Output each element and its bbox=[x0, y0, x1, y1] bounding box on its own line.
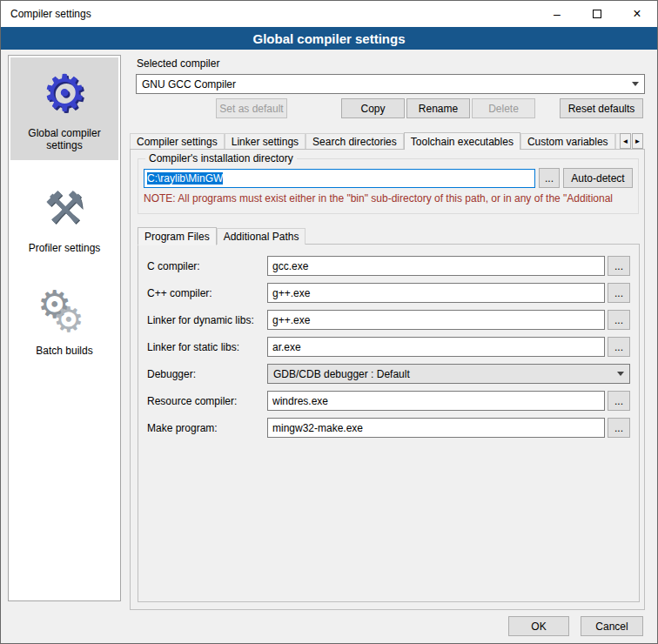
browse-button[interactable]: ... bbox=[608, 256, 630, 276]
field-label: C++ compiler: bbox=[147, 287, 267, 299]
rename-button[interactable]: Rename bbox=[406, 98, 470, 118]
field-row-make-program: Make program: ... bbox=[147, 418, 630, 438]
tab-search-directories[interactable]: Search directories bbox=[306, 133, 404, 150]
compiler-settings-dialog: Compiler settings – × Global compiler se… bbox=[0, 0, 658, 644]
linker-dynamic-input[interactable] bbox=[267, 310, 605, 330]
chevron-down-icon bbox=[617, 372, 624, 376]
make-program-input[interactable] bbox=[267, 418, 605, 438]
subtab-program-files[interactable]: Program Files bbox=[138, 227, 217, 245]
browse-directory-button[interactable]: ... bbox=[539, 168, 560, 188]
browse-button[interactable]: ... bbox=[608, 418, 630, 438]
installation-directory-input[interactable]: C:\raylib\MinGW bbox=[144, 169, 535, 188]
sidebar-item-label: Global compiler settings bbox=[14, 127, 115, 151]
delete-button[interactable]: Delete bbox=[472, 98, 535, 118]
field-row-linker-static: Linker for static libs: ... bbox=[147, 337, 630, 357]
compiler-select[interactable]: GNU GCC Compiler bbox=[136, 74, 645, 94]
field-row-c-compiler: C compiler: ... bbox=[147, 256, 630, 276]
gear-icon: ⚙ bbox=[42, 63, 87, 124]
cancel-button[interactable]: Cancel bbox=[581, 616, 643, 636]
field-label: C compiler: bbox=[147, 260, 267, 272]
executables-subtab-strip: Program Files Additional Paths bbox=[138, 226, 306, 245]
sidebar-item-profiler-settings[interactable]: ⚒ Profiler settings bbox=[10, 172, 118, 263]
close-icon: × bbox=[633, 6, 641, 22]
browse-button[interactable]: ... bbox=[608, 310, 630, 330]
compiler-select-value: GNU GCC Compiler bbox=[142, 78, 236, 91]
field-label: Make program: bbox=[147, 422, 267, 434]
tab-toolchain-executables[interactable]: Toolchain executables bbox=[404, 132, 520, 150]
field-row-resource-compiler: Resource compiler: ... bbox=[147, 391, 630, 411]
compiler-actions: Set as default Copy Rename Delete Reset … bbox=[130, 98, 643, 118]
installation-directory-row: C:\raylib\MinGW ... Auto-detect bbox=[144, 168, 633, 188]
selected-compiler-label: Selected compiler bbox=[137, 57, 219, 70]
toolchain-executables-pane: Compiler's installation directory C:\ray… bbox=[130, 149, 645, 610]
tab-scroll-controls: ◄ ► bbox=[619, 133, 643, 149]
browse-button[interactable]: ... bbox=[608, 391, 630, 411]
subtab-additional-paths[interactable]: Additional Paths bbox=[217, 228, 306, 245]
bin-subdirectory-note: NOTE: All programs must exist either in … bbox=[144, 192, 636, 205]
page-title: Global compiler settings bbox=[1, 27, 657, 50]
installation-directory-group: Compiler's installation directory C:\ray… bbox=[138, 158, 639, 214]
tab-compiler-settings[interactable]: Compiler settings bbox=[130, 133, 225, 150]
batch-gears-icon: ⚙⚙ bbox=[34, 280, 95, 341]
installation-directory-group-label: Compiler's installation directory bbox=[145, 152, 297, 164]
sidebar-item-global-compiler-settings[interactable]: ⚙ Global compiler settings bbox=[10, 57, 118, 160]
program-files-pane: C compiler: ... C++ compiler: ... Linker… bbox=[138, 244, 640, 602]
auto-detect-button[interactable]: Auto-detect bbox=[563, 168, 633, 188]
linker-static-input[interactable] bbox=[267, 337, 605, 357]
tab-custom-variables[interactable]: Custom variables bbox=[520, 133, 615, 150]
sidebar-item-batch-builds[interactable]: ⚙⚙ Batch builds bbox=[10, 275, 118, 366]
tab-linker-settings[interactable]: Linker settings bbox=[225, 133, 306, 150]
installation-directory-value: C:\raylib\MinGW bbox=[147, 172, 223, 184]
sidebar-item-label: Batch builds bbox=[36, 345, 92, 357]
field-row-cpp-compiler: C++ compiler: ... bbox=[147, 283, 630, 303]
c-compiler-input[interactable] bbox=[267, 256, 605, 276]
title-bar: Compiler settings – × bbox=[1, 1, 657, 27]
field-label: Resource compiler: bbox=[147, 395, 267, 407]
browse-button[interactable]: ... bbox=[608, 283, 630, 303]
ok-button[interactable]: OK bbox=[508, 616, 569, 636]
reset-defaults-button[interactable]: Reset defaults bbox=[560, 98, 643, 118]
tab-scroll-left-icon[interactable]: ◄ bbox=[620, 133, 631, 149]
set-as-default-button[interactable]: Set as default bbox=[216, 98, 287, 118]
settings-tab-strip: Compiler settings Linker settings Search… bbox=[130, 131, 628, 150]
close-button[interactable]: × bbox=[617, 1, 657, 27]
minimize-button[interactable]: – bbox=[537, 1, 577, 27]
minimize-icon: – bbox=[554, 7, 561, 21]
cpp-compiler-input[interactable] bbox=[267, 283, 605, 303]
field-label: Linker for static libs: bbox=[147, 341, 267, 353]
window-title: Compiler settings bbox=[1, 8, 91, 20]
dialog-footer: OK Cancel bbox=[508, 616, 643, 636]
browse-button[interactable]: ... bbox=[608, 337, 630, 357]
maximize-icon bbox=[593, 10, 601, 18]
maximize-button[interactable] bbox=[577, 1, 617, 27]
window-controls: – × bbox=[537, 1, 657, 27]
chevron-down-icon bbox=[632, 82, 639, 86]
debugger-select[interactable]: GDB/CDB debugger : Default bbox=[267, 364, 630, 384]
field-row-linker-dynamic: Linker for dynamic libs: ... bbox=[147, 310, 630, 330]
field-label: Linker for dynamic libs: bbox=[147, 314, 267, 326]
copy-button[interactable]: Copy bbox=[341, 98, 405, 118]
profiler-tool-icon: ⚒ bbox=[44, 178, 85, 238]
resource-compiler-input[interactable] bbox=[267, 391, 605, 411]
field-label: Debugger: bbox=[147, 368, 267, 380]
debugger-select-value: GDB/CDB debugger : Default bbox=[273, 368, 410, 380]
sidebar-item-label: Profiler settings bbox=[29, 242, 101, 254]
settings-category-list: ⚙ Global compiler settings ⚒ Profiler se… bbox=[8, 55, 121, 601]
field-row-debugger: Debugger: GDB/CDB debugger : Default bbox=[147, 364, 630, 384]
tab-scroll-right-icon[interactable]: ► bbox=[632, 133, 643, 149]
